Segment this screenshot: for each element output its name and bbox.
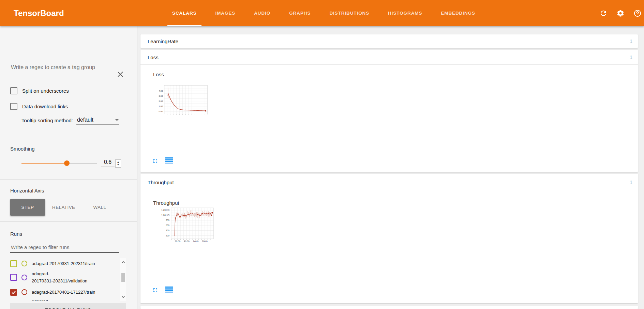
split-underscores-checkbox[interactable]: [10, 87, 17, 94]
tooltip-sort-row: Tooltip sorting method: default: [21, 116, 119, 125]
svg-text:80.00: 80.00: [184, 240, 190, 243]
category-card-loss: Loss 1 Loss 0.001.002.003.004.00: [140, 50, 638, 172]
gear-icon[interactable]: [616, 9, 625, 17]
smoothing-slider-fill: [21, 163, 67, 164]
data-download-label: Data download links: [22, 104, 68, 109]
data-download-checkbox[interactable]: [10, 103, 17, 110]
category-count: 1: [630, 38, 632, 44]
category-card-throughput: Throughput 1 Throughput 2004006008001.00…: [140, 174, 638, 303]
axis-wall-button[interactable]: WALL: [82, 199, 117, 216]
category-count: 1: [630, 55, 632, 60]
runs-filter-input[interactable]: [10, 242, 119, 253]
tab-histograms[interactable]: HISTOGRAMS: [383, 0, 427, 26]
category-title: Throughput: [148, 180, 174, 185]
split-underscores-row: Split on underscores: [10, 87, 69, 94]
run-color-swatch: [21, 261, 27, 266]
tab-graphs[interactable]: GRAPHS: [284, 0, 315, 26]
run-selector-lines-icon[interactable]: [165, 286, 174, 294]
chevron-down-icon: [115, 119, 119, 121]
run-item[interactable]: adagrad-20170331-202311/train: [10, 260, 120, 267]
smoothing-label: Smoothing: [10, 146, 35, 152]
svg-text:0.00: 0.00: [159, 110, 163, 112]
tab-audio[interactable]: AUDIO: [249, 0, 275, 26]
run-checkbox[interactable]: [10, 289, 17, 296]
smoothing-slider[interactable]: [21, 163, 97, 164]
divider: [0, 136, 137, 136]
help-icon[interactable]: [633, 9, 642, 17]
run-item[interactable]: adagrad-20170331-202311/validation: [10, 270, 120, 284]
run-item-partial: adagrad-: [32, 298, 114, 301]
app-header: TensorBoard SCALARS IMAGES AUDIO GRAPHS …: [0, 0, 644, 26]
divider: [0, 221, 137, 222]
sidebar: Split on underscores Data download links…: [0, 26, 137, 309]
smoothing-stepper[interactable]: ▲ ▼: [115, 159, 121, 168]
toggle-all-runs-button[interactable]: TOGGLE ALL RUNS: [10, 303, 126, 309]
svg-text:600: 600: [166, 224, 169, 227]
chart-actions: [152, 286, 174, 294]
horizontal-axis-buttons: STEP RELATIVE WALL: [10, 199, 117, 216]
throughput-chart[interactable]: 2004006008001.00e+31.20e+320.0080.00140.…: [157, 204, 286, 283]
category-title: LearningRate: [148, 38, 178, 44]
svg-text:2.00: 2.00: [159, 100, 163, 102]
data-download-row: Data download links: [10, 103, 68, 110]
tab-distributions[interactable]: DISTRIBUTIONS: [325, 0, 374, 26]
refresh-icon[interactable]: [599, 9, 608, 17]
app-logo: TensorBoard: [14, 0, 64, 26]
tab-scalars[interactable]: SCALARS: [167, 0, 201, 26]
run-selector-lines-icon[interactable]: [165, 157, 174, 165]
tensorboard-app: TensorBoard SCALARS IMAGES AUDIO GRAPHS …: [0, 0, 644, 309]
tab-images[interactable]: IMAGES: [211, 0, 240, 26]
svg-text:1.20e+3: 1.20e+3: [161, 209, 169, 211]
tooltip-sort-label: Tooltip sorting method:: [21, 118, 73, 123]
stepper-down-icon[interactable]: ▼: [117, 164, 120, 166]
fullscreen-icon[interactable]: [152, 287, 159, 293]
loss-chart[interactable]: 0.001.002.003.004.00: [150, 67, 286, 169]
run-checkbox[interactable]: [10, 260, 17, 267]
svg-text:1.00: 1.00: [159, 105, 163, 107]
header-actions: [599, 0, 642, 26]
run-checkbox[interactable]: [10, 274, 17, 281]
split-underscores-label: Split on underscores: [22, 88, 69, 94]
runs-label: Runs: [10, 231, 22, 237]
svg-text:200.0: 200.0: [202, 240, 208, 243]
svg-text:20.00: 20.00: [175, 240, 181, 243]
scroll-down-icon[interactable]: [121, 295, 125, 299]
run-label[interactable]: adagrad-20170331-202311/train: [32, 260, 111, 267]
svg-text:4.00: 4.00: [159, 90, 163, 92]
run-item[interactable]: adagrad-20170401-171227/train: [10, 289, 120, 296]
smoothing-value[interactable]: 0.6: [101, 159, 115, 167]
runs-scrollbar[interactable]: [120, 258, 126, 301]
category-header-learningrate[interactable]: LearningRate 1: [140, 34, 638, 48]
run-label[interactable]: adagrad-20170401-171227/train: [32, 289, 111, 296]
svg-text:140.0: 140.0: [193, 240, 199, 243]
close-icon[interactable]: [116, 70, 124, 78]
svg-text:200: 200: [166, 234, 169, 237]
tooltip-sort-select[interactable]: default: [76, 116, 119, 125]
main-content: LearningRate 1 Loss 1 Loss 0.001.002.003…: [137, 26, 644, 309]
fullscreen-icon[interactable]: [152, 158, 159, 164]
chart-actions: [152, 157, 174, 165]
run-color-swatch: [21, 289, 27, 295]
axis-step-button[interactable]: STEP: [10, 199, 45, 216]
scroll-up-icon[interactable]: [121, 260, 125, 264]
scrollbar-thumb[interactable]: [121, 273, 125, 282]
category-card-learningrate: LearningRate 1: [140, 34, 638, 48]
horizontal-axis-label: Horizontal Axis: [10, 188, 44, 194]
category-count: 1: [630, 180, 632, 185]
tag-group-regex-input[interactable]: [10, 62, 116, 73]
smoothing-slider-thumb[interactable]: [64, 160, 70, 166]
svg-text:800: 800: [166, 219, 169, 221]
runs-list: adagrad-20170331-202311/train adagrad-20…: [10, 258, 126, 301]
category-header-loss[interactable]: Loss 1: [140, 50, 638, 65]
svg-text:3.00: 3.00: [159, 95, 163, 97]
category-title: Loss: [148, 54, 159, 60]
svg-text:1.00e+3: 1.00e+3: [161, 214, 169, 216]
run-label[interactable]: adagrad-20170331-202311/validation: [32, 270, 111, 284]
divider: [0, 179, 137, 180]
category-header-throughput[interactable]: Throughput 1: [140, 174, 638, 191]
tab-embeddings[interactable]: EMBEDDINGS: [436, 0, 480, 26]
tooltip-sort-value: default: [77, 117, 93, 123]
nav-tabs: SCALARS IMAGES AUDIO GRAPHS DISTRIBUTION…: [167, 0, 480, 26]
axis-relative-button[interactable]: RELATIVE: [45, 199, 82, 216]
run-color-swatch: [21, 275, 27, 280]
